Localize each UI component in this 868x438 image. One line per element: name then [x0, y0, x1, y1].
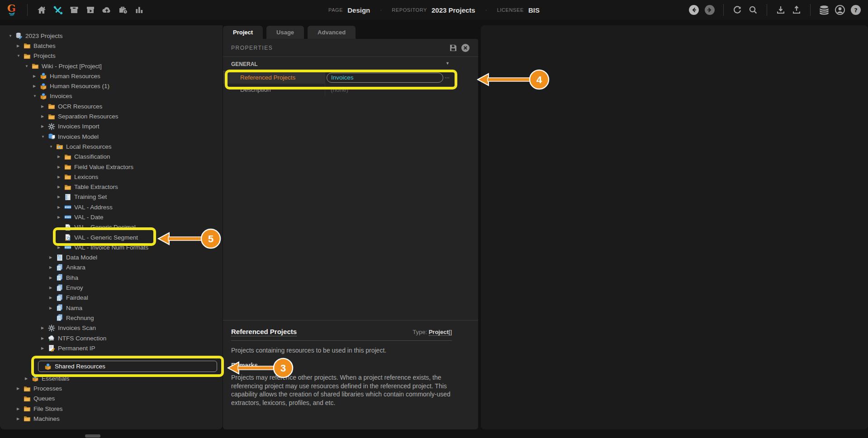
help-icon[interactable]: ? [850, 4, 862, 16]
type-link[interactable]: Project [429, 329, 449, 336]
expand-icon[interactable]: ▶ [15, 44, 24, 48]
licensee-value[interactable]: BIS [528, 6, 540, 14]
batches-icon[interactable] [68, 4, 80, 16]
home-icon[interactable] [36, 4, 47, 16]
expand-icon[interactable]: ▶ [48, 296, 56, 300]
tree-item[interactable]: ▼Wiki - Project [Project] [0, 61, 223, 71]
expand-icon[interactable]: ▶ [15, 386, 24, 391]
download-icon[interactable] [775, 4, 787, 16]
page-label: PAGE [328, 7, 343, 13]
expand-icon[interactable]: ▶ [40, 326, 48, 330]
tab-project[interactable]: Project [223, 26, 263, 39]
grooper-logo[interactable]: G [6, 3, 19, 17]
tree-item[interactable]: ▶Data Model [0, 253, 223, 263]
annotation-box-shared-resources: Shared Resources [31, 356, 224, 377]
tree-item[interactable]: ▶0123VAL - Date [0, 212, 223, 222]
expand-icon[interactable]: ▶ [56, 175, 64, 179]
tree-item[interactable]: ▼Projects [0, 51, 223, 61]
tree-item[interactable]: ▶Table Extractors [0, 182, 223, 192]
collapse-icon[interactable]: ▼ [24, 64, 32, 68]
tree-item[interactable]: ▶OCR Resources [0, 101, 223, 111]
tree-item[interactable]: ▶Separation Resources [0, 111, 223, 121]
imports-icon[interactable] [101, 4, 113, 16]
tree-item[interactable]: ▼Invoices [0, 91, 223, 101]
expand-icon[interactable]: ▶ [15, 407, 24, 411]
expand-icon[interactable]: ▶ [56, 195, 64, 199]
collapse-icon[interactable]: ▼ [15, 54, 24, 58]
expand-icon[interactable]: ▶ [48, 265, 56, 269]
collapse-icon[interactable]: ▼ [48, 145, 56, 149]
tab-advanced[interactable]: Advanced [308, 26, 356, 39]
expand-icon[interactable]: ▶ [40, 124, 48, 128]
page-value[interactable]: Design [347, 6, 370, 14]
tree-item[interactable]: ▶Processes [0, 383, 223, 393]
refresh-icon[interactable] [731, 4, 743, 16]
close-icon[interactable] [460, 43, 470, 53]
forward-icon[interactable] [704, 4, 716, 16]
tree-item[interactable]: ▶Classification [0, 152, 223, 162]
tree-item[interactable]: ▶Invoices Scan [0, 323, 223, 333]
topbar-divider [810, 4, 811, 16]
jobs-icon[interactable] [117, 4, 129, 16]
tab-usage[interactable]: Usage [266, 26, 304, 39]
tree-item[interactable]: ▶File Stores [0, 404, 223, 414]
tree-item[interactable]: ▶Biha [0, 273, 223, 283]
expand-icon[interactable]: ▶ [48, 276, 56, 280]
stats-icon[interactable] [133, 4, 145, 16]
tree-item[interactable]: ▶Envoy [0, 283, 223, 292]
collapse-icon[interactable]: ▼ [7, 34, 15, 38]
cloud-connection-icon [48, 334, 55, 342]
tree-item[interactable]: ▶Ankara [0, 263, 223, 273]
expand-icon[interactable]: ▶ [56, 185, 64, 189]
repository-icon[interactable] [818, 4, 830, 16]
tree-item[interactable]: ▶0123VAL - Address [0, 202, 223, 212]
tree-item[interactable]: ▶Training Set [0, 192, 223, 202]
expand-icon[interactable]: ▶ [48, 306, 56, 310]
account-icon[interactable] [834, 4, 846, 16]
expand-icon[interactable]: ▶ [24, 377, 32, 381]
search-icon[interactable] [747, 4, 759, 16]
gear-icon [48, 325, 55, 332]
tree-item[interactable]: ▶Human Resources (1) [0, 81, 223, 91]
back-icon[interactable] [688, 4, 700, 16]
tree-item[interactable]: ▶Human Resources [0, 71, 223, 81]
tree-item[interactable]: ▶Nama [0, 303, 223, 313]
expand-icon[interactable]: ▶ [32, 74, 40, 78]
tree-item[interactable]: ▶Field Value Extractors [0, 162, 223, 172]
tree-item[interactable]: ▶Fairdeal [0, 293, 223, 303]
expand-icon[interactable]: ▶ [56, 245, 64, 250]
repository-value[interactable]: 2023 Projects [432, 6, 475, 14]
expand-icon[interactable]: ▶ [56, 165, 64, 169]
tree-item[interactable]: ▶NTFS Connection [0, 333, 223, 343]
tree-item[interactable]: ▶Invoices Import [0, 122, 223, 132]
tree-item[interactable]: ▼Local Resources [0, 141, 223, 151]
collapse-icon[interactable]: ▼ [40, 135, 48, 139]
tree-item[interactable]: ▶Permanent IP [0, 343, 223, 353]
upload-icon[interactable] [791, 4, 802, 16]
expand-icon[interactable]: ▶ [40, 104, 48, 108]
expand-icon[interactable]: ▶ [56, 205, 64, 209]
expand-icon[interactable]: ▶ [40, 346, 48, 350]
design-tools-icon[interactable] [52, 4, 64, 16]
expand-icon[interactable]: ▶ [40, 336, 48, 340]
expand-icon[interactable]: ▶ [48, 286, 56, 290]
expand-icon[interactable]: ▶ [56, 215, 64, 219]
chevron-down-icon[interactable]: ▼ [446, 61, 450, 66]
tree-item[interactable]: ▶Machines [0, 414, 223, 424]
horizontal-scrollbar-thumb[interactable] [85, 434, 100, 438]
tree-item-shared-resources[interactable]: Shared Resources [38, 361, 217, 372]
tree-item[interactable]: Rechnung [0, 313, 223, 323]
expand-icon[interactable]: ▶ [32, 84, 40, 88]
expand-icon[interactable]: ▶ [15, 417, 24, 421]
tree-item[interactable]: ▶Lexicons [0, 172, 223, 182]
expand-icon[interactable]: ▶ [40, 114, 48, 118]
save-icon[interactable] [448, 43, 458, 53]
tree-item[interactable]: Queues [0, 394, 223, 404]
expand-icon[interactable]: ▶ [48, 255, 56, 259]
tree-item[interactable]: ▼2023 Projects [0, 31, 223, 41]
tree-item[interactable]: ▶Batches [0, 41, 223, 51]
tree-item[interactable]: ▼Invoices Model [0, 132, 223, 141]
expand-icon[interactable]: ▶ [56, 155, 64, 159]
batch-viewer-icon[interactable] [85, 4, 96, 16]
collapse-icon[interactable]: ▼ [32, 94, 40, 98]
